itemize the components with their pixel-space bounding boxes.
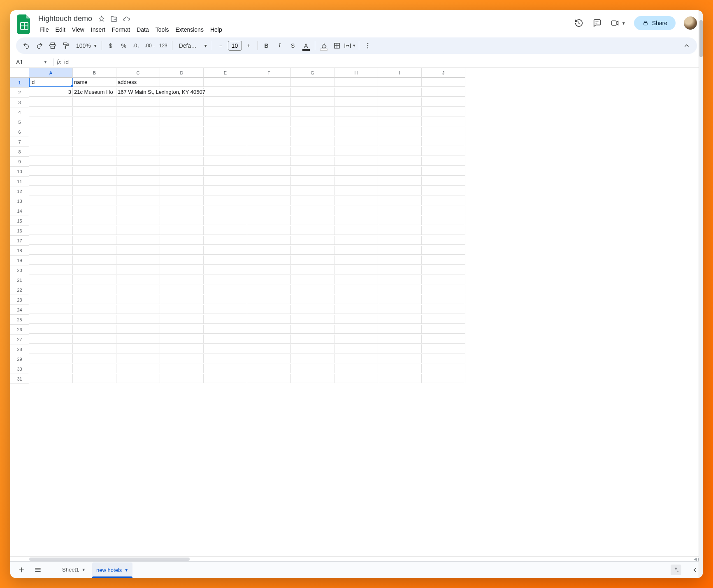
cell[interactable] bbox=[116, 98, 160, 107]
row-header[interactable]: 19 bbox=[10, 256, 29, 265]
cell[interactable] bbox=[204, 275, 247, 284]
cell[interactable] bbox=[116, 137, 160, 146]
cell[interactable] bbox=[29, 305, 73, 314]
chevron-down-icon[interactable]: ▼ bbox=[124, 568, 128, 572]
cell[interactable] bbox=[378, 226, 422, 235]
strikethrough-button[interactable]: S bbox=[287, 40, 299, 52]
sheet-tab-sheet1[interactable]: Sheet1 ▼ bbox=[58, 562, 90, 577]
cell[interactable] bbox=[422, 98, 465, 107]
cell[interactable] bbox=[29, 226, 73, 235]
cell[interactable] bbox=[160, 354, 204, 363]
percent-button[interactable]: % bbox=[118, 40, 130, 52]
cell[interactable] bbox=[73, 364, 116, 373]
cell[interactable] bbox=[247, 206, 291, 215]
column-header[interactable]: A bbox=[29, 68, 73, 78]
cell[interactable] bbox=[291, 344, 334, 353]
cell[interactable] bbox=[116, 147, 160, 156]
row-header[interactable]: 14 bbox=[10, 206, 29, 216]
cell[interactable] bbox=[247, 107, 291, 116]
cell[interactable] bbox=[378, 315, 422, 324]
cell[interactable] bbox=[73, 335, 116, 344]
row-header[interactable]: 31 bbox=[10, 374, 29, 384]
cell[interactable]: id bbox=[29, 78, 73, 87]
cell[interactable] bbox=[73, 206, 116, 215]
cell[interactable] bbox=[422, 246, 465, 255]
cell[interactable] bbox=[204, 374, 247, 383]
cell[interactable] bbox=[291, 256, 334, 265]
comments-icon[interactable] bbox=[592, 18, 602, 28]
cell[interactable] bbox=[422, 354, 465, 363]
cell[interactable] bbox=[378, 265, 422, 274]
row-header[interactable]: 11 bbox=[10, 177, 29, 186]
cell[interactable] bbox=[204, 196, 247, 205]
row-header[interactable]: 28 bbox=[10, 344, 29, 354]
all-sheets-button[interactable] bbox=[31, 564, 45, 576]
cell[interactable] bbox=[291, 335, 334, 344]
cell[interactable] bbox=[116, 196, 160, 205]
cell[interactable] bbox=[160, 344, 204, 353]
meet-icon[interactable] bbox=[610, 18, 620, 28]
cell[interactable] bbox=[204, 344, 247, 353]
cell[interactable] bbox=[378, 275, 422, 284]
cell[interactable] bbox=[291, 305, 334, 314]
cell[interactable] bbox=[160, 78, 204, 87]
doc-title[interactable]: Hightouch demo bbox=[37, 14, 94, 24]
cell[interactable]: 3 bbox=[29, 88, 73, 97]
cell[interactable] bbox=[116, 285, 160, 294]
column-header[interactable]: G bbox=[291, 68, 334, 78]
cell[interactable] bbox=[422, 275, 465, 284]
cell[interactable] bbox=[291, 285, 334, 294]
cell[interactable] bbox=[73, 246, 116, 255]
cell[interactable] bbox=[116, 354, 160, 363]
cell[interactable] bbox=[116, 315, 160, 324]
cell[interactable] bbox=[204, 315, 247, 324]
cell[interactable] bbox=[73, 374, 116, 383]
cell[interactable] bbox=[204, 88, 247, 97]
cell[interactable] bbox=[160, 364, 204, 373]
cell[interactable] bbox=[378, 325, 422, 334]
column-header[interactable]: D bbox=[160, 68, 204, 78]
cell[interactable] bbox=[160, 167, 204, 176]
row-header[interactable]: 20 bbox=[10, 265, 29, 275]
cell[interactable] bbox=[422, 295, 465, 304]
menu-data[interactable]: Data bbox=[134, 25, 152, 35]
cell[interactable] bbox=[116, 177, 160, 186]
cell[interactable] bbox=[73, 117, 116, 126]
cell[interactable] bbox=[73, 265, 116, 274]
cell[interactable] bbox=[422, 374, 465, 383]
cell[interactable] bbox=[334, 325, 378, 334]
cell[interactable] bbox=[160, 117, 204, 126]
menu-file[interactable]: File bbox=[37, 25, 52, 35]
cell[interactable] bbox=[422, 88, 465, 97]
cell[interactable] bbox=[116, 206, 160, 215]
cell[interactable] bbox=[291, 117, 334, 126]
cell[interactable] bbox=[378, 147, 422, 156]
cell[interactable] bbox=[378, 78, 422, 87]
cell[interactable] bbox=[422, 147, 465, 156]
row-header[interactable]: 22 bbox=[10, 285, 29, 295]
cell[interactable] bbox=[291, 236, 334, 245]
cell[interactable] bbox=[73, 127, 116, 136]
cell[interactable] bbox=[334, 167, 378, 176]
cell[interactable] bbox=[116, 374, 160, 383]
name-box[interactable]: A1 ▼ bbox=[13, 59, 50, 65]
cell[interactable] bbox=[73, 147, 116, 156]
cell[interactable] bbox=[29, 177, 73, 186]
cell[interactable] bbox=[29, 265, 73, 274]
cell[interactable] bbox=[204, 295, 247, 304]
cell[interactable] bbox=[247, 285, 291, 294]
cell[interactable] bbox=[247, 305, 291, 314]
cell[interactable] bbox=[291, 246, 334, 255]
cell[interactable] bbox=[160, 315, 204, 324]
cell[interactable] bbox=[291, 167, 334, 176]
menu-format[interactable]: Format bbox=[109, 25, 133, 35]
cell[interactable] bbox=[204, 265, 247, 274]
account-avatar[interactable] bbox=[684, 16, 697, 30]
cell[interactable] bbox=[378, 137, 422, 146]
cell[interactable] bbox=[204, 364, 247, 373]
cell[interactable] bbox=[291, 315, 334, 324]
cell[interactable] bbox=[422, 315, 465, 324]
cell[interactable] bbox=[378, 177, 422, 186]
cell[interactable]: name bbox=[73, 78, 116, 87]
cell[interactable] bbox=[247, 236, 291, 245]
